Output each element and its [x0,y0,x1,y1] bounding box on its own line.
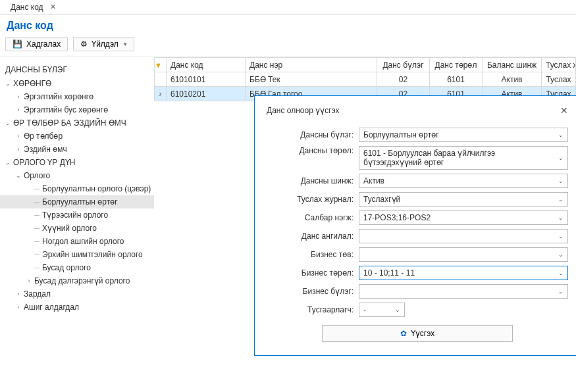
sidebar-title: ДАНСНЫ БҮЛЭГ [0,62,154,77]
expand-icon[interactable]: › [14,133,22,139]
combo-separator[interactable]: -⌄ [359,303,405,317]
tree-node-noncurrent-assets[interactable]: ›Эргэлтийн бус хөрөнгө [0,103,154,116]
chevron-down-icon: ⌄ [558,155,563,161]
filter-header[interactable]: ▼ [155,58,167,72]
tree-leaf-other-detailed[interactable]: ›Бусад дэлгэрэнгүй орлого [0,274,154,287]
tree-node-gain-loss[interactable]: ›Ашиг алдагдал [0,301,154,314]
tree-leaf-interest[interactable]: Хүүний орлого [0,222,154,235]
label-group: Дансны бүлэг: [267,130,359,139]
close-icon[interactable]: ✕ [50,3,56,11]
chevron-down-icon: ⌄ [558,270,563,276]
table-row[interactable]: 61010101 ББӨ Тек 02 6101 Актив Туслах [155,72,576,87]
col-aux[interactable]: Туслах жу [542,58,576,72]
chevron-down-icon: ▾ [124,41,127,47]
combo-category[interactable]: ⌄ [359,229,568,243]
label-branch: Салбар нэгж: [267,213,359,222]
col-group[interactable]: Данс бүлэг [377,58,430,72]
create-button[interactable]: ✿ Үүсгэх [322,325,513,342]
tab-title: Данс код [11,3,43,12]
tree-node-liab-equity[interactable]: ⌄ӨР ТӨЛБӨР БА ЭЗДИЙН ӨМЧ [0,116,154,130]
combo-balance[interactable]: Актив⌄ [359,174,568,188]
tree-leaf-rent[interactable]: Түрээсийн орлого [0,208,154,222]
tree-leaf-sales-net[interactable]: Борлуулалтын орлого (цэвэр) [0,182,154,195]
tree-leaf-royalty[interactable]: Эрхийн шимтгэлийн орлого [0,248,154,261]
combo-biz-group[interactable]: ⌄ [359,284,568,299]
gear-icon: ✿ [400,329,407,338]
tree-node-equity[interactable]: ›Эздийн өмч [0,143,154,156]
chevron-down-icon: ⌄ [558,288,563,295]
combo-type[interactable]: 6101 - Борлуулсан бараа үйлчилгээ бүтээг… [359,146,568,170]
label-category: Данс ангилал: [267,232,359,241]
content-area: ▼ Данс код Данс нэр Данс бүлэг Данс төрө… [154,57,576,387]
sidebar: ДАНСНЫ БҮЛЭГ ⌄ХӨРӨНГӨ ›Эргэлтийн хөрөнгө… [0,57,154,387]
expand-icon[interactable]: › [25,278,33,284]
chevron-down-icon: ⌄ [558,132,563,138]
accounts-grid[interactable]: ▼ Данс код Данс нэр Данс бүлэг Данс төрө… [154,57,576,101]
row-indicator-icon: › [155,87,167,101]
chevron-down-icon: ⌄ [558,196,563,203]
bulk-create-dialog: Данс олноор үүсгэх ✕ Дансны бүлэг: Борлу… [254,95,576,356]
label-aux: Туслах журнал: [267,195,359,204]
combo-biz-center[interactable]: ⌄ [359,247,568,262]
label-balance: Дансны шинж: [267,176,359,185]
tree-node-income[interactable]: ⌄Орлого [0,169,154,182]
dialog-close-icon[interactable]: ✕ [560,105,568,116]
col-code[interactable]: Данс код [167,58,246,72]
chevron-down-icon: ⌄ [558,251,563,258]
expand-icon[interactable]: › [14,291,22,297]
tab-active[interactable]: Данс код ✕ [4,0,63,14]
save-button[interactable]: Хадгалах [5,37,68,51]
toolbar: Хадгалах Үйлдэл ▾ [0,36,576,57]
label-biz-center: Бизнес төв: [267,250,359,259]
combo-group[interactable]: Борлуулалтын өртөг⌄ [359,128,568,142]
expand-icon[interactable]: › [14,146,22,153]
create-label: Үүсгэх [411,329,434,338]
label-type: Дансны төрөл: [267,146,359,155]
combo-branch[interactable]: 17-POS3;16-POS2⌄ [359,210,568,225]
gear-icon [80,39,88,49]
expand-icon[interactable]: › [14,93,22,100]
label-biz-group: Бизнес бүлэг: [267,287,359,296]
chevron-down-icon: ⌄ [558,233,563,239]
chevron-down-icon: ⌄ [395,306,400,313]
expand-icon[interactable]: ⌄ [14,172,22,179]
tree-node-expense[interactable]: ›Зардал [0,287,154,301]
col-type[interactable]: Данс төрөл [430,58,483,72]
tree-node-income-result[interactable]: ⌄ОРЛОГО ҮР ДҮН [0,156,154,169]
action-label: Үйлдэл [92,39,118,49]
tree-leaf-other[interactable]: Бусад орлого [0,261,154,274]
tree-node-liabilities[interactable]: ›Өр төлбөр [0,130,154,143]
tree-leaf-cogs[interactable]: Борлуулалтын өртөг [0,195,154,208]
action-button[interactable]: Үйлдэл ▾ [73,37,134,51]
label-separator: Тусгаарлагч: [267,305,359,314]
expand-icon[interactable]: ⌄ [4,120,12,126]
expand-icon[interactable]: ⌄ [4,80,12,87]
save-label: Хадгалах [26,39,61,49]
chevron-down-icon: ⌄ [558,214,563,221]
expand-icon[interactable]: › [14,107,22,113]
expand-icon[interactable]: › [14,304,22,310]
combo-aux[interactable]: Туслахгүй⌄ [359,192,568,207]
tree-node-assets[interactable]: ⌄ХӨРӨНГӨ [0,77,154,90]
label-biz-type: Бизнес төрөл: [267,268,359,278]
chevron-down-icon: ⌄ [558,178,563,184]
page-title: Данс код [0,14,576,36]
save-icon [13,39,22,49]
col-balance[interactable]: Баланс шинж [483,58,542,72]
tab-bar: Данс код ✕ [0,0,576,14]
tree-node-current-assets[interactable]: ›Эргэлтийн хөрөнгө [0,90,154,103]
tree-leaf-dividend[interactable]: Ногдол ашгийн орлого [0,235,154,248]
combo-biz-type[interactable]: 10 - 10;11 - 11⌄ [359,266,568,280]
filter-icon: ▼ [155,61,162,69]
expand-icon[interactable]: ⌄ [4,159,12,166]
col-name[interactable]: Данс нэр [246,58,377,72]
dialog-title: Данс олноор үүсгэх [267,106,340,115]
